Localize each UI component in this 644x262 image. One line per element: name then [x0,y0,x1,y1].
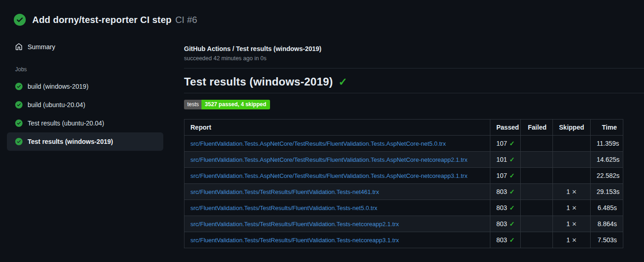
check-run-status: succeeded 42 minutes ago in 0s [184,55,644,62]
time-value: 29.153s [597,188,620,195]
badge-label: tests [184,100,201,109]
x-icon: ✕ [572,188,577,195]
x-icon: ✕ [572,237,577,244]
check-icon: ✓ [339,76,347,88]
passed-count: 803 [496,204,507,211]
report-link[interactable]: src/FluentValidation.Tests/TestResults/F… [190,221,399,228]
column-header-skipped: Skipped [553,120,591,136]
results-table-body: src/FluentValidation.Tests.AspNetCore/Te… [184,136,623,248]
check-circle-icon [15,138,23,145]
x-icon: ✕ [572,205,577,211]
check-run-title: GitHub Actions / Test results (windows-2… [184,45,644,52]
table-row: src/FluentValidation.Tests/TestResults/F… [184,216,623,232]
sidebar-item-summary[interactable]: Summary [7,40,163,54]
passed-count: 101 [496,156,507,163]
report-heading: Test results (windows-2019)✓ [184,75,644,93]
report-link[interactable]: src/FluentValidation.Tests.AspNetCore/Te… [190,140,446,147]
job-label: build (windows-2019) [28,83,88,90]
skipped-count: 1 [566,204,570,211]
home-icon [15,43,23,51]
job-label: Test results (ubuntu-20.04) [28,120,104,127]
main-content: GitHub Actions / Test results (windows-2… [184,45,644,248]
sidebar-job-item[interactable]: Test results (ubuntu-20.04) [7,114,163,132]
column-header-time: Time [591,120,623,136]
report-link[interactable]: src/FluentValidation.Tests/TestResults/F… [190,205,377,211]
check-icon: ✓ [509,140,515,147]
report-link[interactable]: src/FluentValidation.Tests.AspNetCore/Te… [190,172,467,179]
sidebar: Summary Jobs build (windows-2019) build … [7,40,163,151]
sidebar-job-item[interactable]: Test results (windows-2019) [7,132,163,151]
report-heading-text: Test results (windows-2019) [184,75,333,88]
job-label: Test results (windows-2019) [28,138,113,145]
jobs-heading: Jobs [15,66,163,73]
table-row: src/FluentValidation.Tests.AspNetCore/Te… [184,152,623,168]
passed-count: 803 [496,220,507,228]
table-row: src/FluentValidation.Tests.AspNetCore/Te… [184,168,623,184]
time-value: 8.864s [598,220,617,228]
divider [184,68,644,68]
check-icon: ✓ [509,156,515,163]
time-value: 11.359s [597,140,619,147]
job-label: build (ubuntu-20.04) [28,101,85,108]
report-link[interactable]: src/FluentValidation.Tests.AspNetCore/Te… [190,156,467,163]
sidebar-job-item[interactable]: build (ubuntu-20.04) [7,96,163,114]
sidebar-job-item[interactable]: build (windows-2019) [7,77,163,96]
table-header-row: Report Passed Failed Skipped Time [184,120,623,136]
skipped-count: 1 [566,220,570,228]
column-header-passed: Passed [490,120,521,136]
skipped-count: 1 [566,236,570,244]
table-row: src/FluentValidation.Tests/TestResults/F… [184,232,623,248]
table-row: src/FluentValidation.Tests/TestResults/F… [184,200,623,216]
time-value: 14.625s [597,156,620,163]
check-icon: ✓ [509,188,515,195]
passed-count: 803 [496,188,507,195]
run-title: Add dorny/test-reporter CI step [32,15,172,25]
run-number: CI #6 [175,15,197,25]
time-value: 6.485s [598,204,617,211]
check-circle-icon [14,14,26,26]
check-icon: ✓ [509,220,515,228]
run-header: Add dorny/test-reporter CI step CI #6 [0,0,644,26]
sidebar-jobs: build (windows-2019) build (ubuntu-20.04… [7,77,163,151]
badge-value: 3527 passed, 4 skipped [201,100,270,109]
table-row: src/FluentValidation.Tests/TestResults/F… [184,184,623,200]
passed-count: 107 [496,172,507,179]
table-row: src/FluentValidation.Tests.AspNetCore/Te… [184,136,623,152]
check-circle-icon [15,101,23,108]
column-header-failed: Failed [521,120,553,136]
check-circle-icon [15,120,23,127]
x-icon: ✕ [572,221,577,228]
report-link[interactable]: src/FluentValidation.Tests/TestResults/F… [190,188,379,195]
passed-count: 803 [496,236,507,244]
time-value: 7.503s [598,236,617,244]
tests-badge: tests 3527 passed, 4 skipped [184,100,270,109]
summary-label: Summary [28,43,55,51]
check-icon: ✓ [509,236,515,244]
skipped-count: 1 [566,188,570,195]
report-link[interactable]: src/FluentValidation.Tests/TestResults/F… [190,237,399,244]
results-table: Report Passed Failed Skipped Time src/Fl… [184,119,623,248]
column-header-report: Report [184,120,490,136]
passed-count: 107 [496,140,507,147]
time-value: 22.582s [597,172,620,179]
check-icon: ✓ [509,204,515,211]
check-icon: ✓ [509,172,515,179]
check-circle-icon [15,83,23,90]
